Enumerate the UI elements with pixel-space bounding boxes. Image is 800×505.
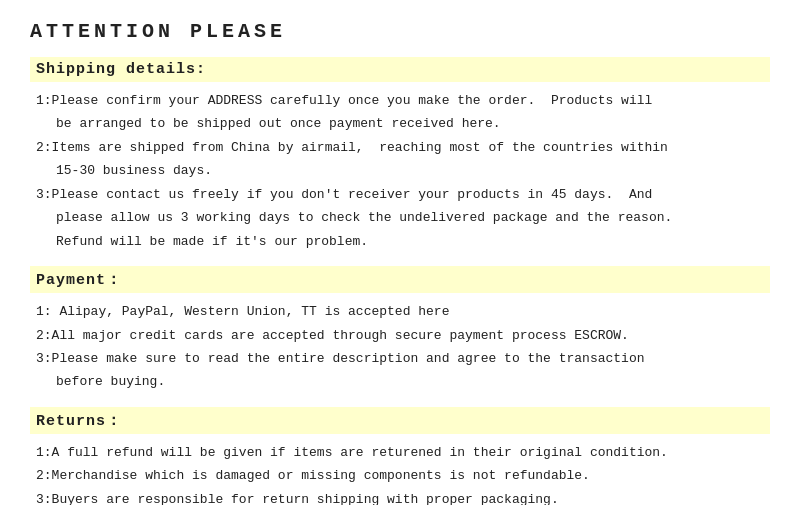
shipping-item-1-line-1: 1:Please confirm your ADDRESS carefully … <box>36 90 764 111</box>
section-returns-content: 1:A full refund will be given if items a… <box>30 440 770 505</box>
shipping-item-2-line-2: 15-30 business days. <box>36 160 764 181</box>
shipping-item-3-line-3: Refund will be made if it's our problem. <box>36 231 764 252</box>
payment-item-3-line-2: before buying. <box>36 371 764 392</box>
section-returns-header: Returns： <box>30 407 770 434</box>
returns-item-1: 1:A full refund will be given if items a… <box>36 442 764 463</box>
section-payment: Payment： 1: Alipay, PayPal, Western Unio… <box>30 266 770 397</box>
payment-item-1: 1: Alipay, PayPal, Western Union, TT is … <box>36 301 764 322</box>
payment-item-2: 2:All major credit cards are accepted th… <box>36 325 764 346</box>
shipping-item-2-line-1: 2:Items are shipped from China by airmai… <box>36 137 764 158</box>
section-returns: Returns： 1:A full refund will be given i… <box>30 407 770 505</box>
shipping-item-3-line-2: please allow us 3 working days to check … <box>36 207 764 228</box>
section-shipping-header: Shipping details: <box>30 57 770 82</box>
page-title: ATTENTION PLEASE <box>30 20 770 43</box>
section-payment-header: Payment： <box>30 266 770 293</box>
returns-item-2: 2:Merchandise which is damaged or missin… <box>36 465 764 486</box>
section-shipping-content: 1:Please confirm your ADDRESS carefully … <box>30 88 770 256</box>
returns-item-3: 3:Buyers are responsible for return ship… <box>36 489 764 505</box>
page-container: ATTENTION PLEASE Shipping details: 1:Ple… <box>0 0 800 505</box>
section-payment-content: 1: Alipay, PayPal, Western Union, TT is … <box>30 299 770 397</box>
payment-item-3-line-1: 3:Please make sure to read the entire de… <box>36 348 764 369</box>
shipping-item-1-line-2: be arranged to be shipped out once payme… <box>36 113 764 134</box>
shipping-item-3-line-1: 3:Please contact us freely if you don't … <box>36 184 764 205</box>
section-shipping: Shipping details: 1:Please confirm your … <box>30 57 770 256</box>
